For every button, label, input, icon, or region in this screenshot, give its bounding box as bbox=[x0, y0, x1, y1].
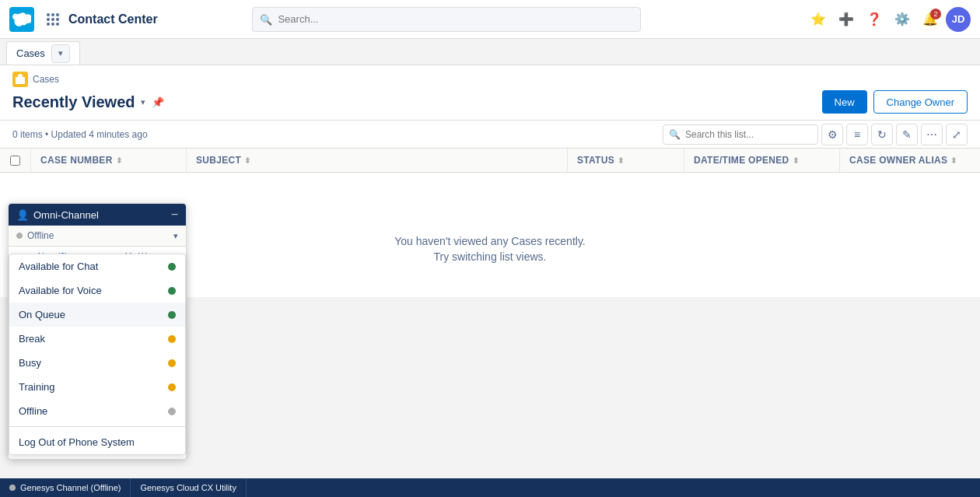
sort-icon: ⬍ bbox=[950, 156, 957, 165]
sort-icon: ⬍ bbox=[618, 156, 624, 165]
setup-button[interactable]: ⚙️ bbox=[890, 7, 915, 32]
more-actions-button[interactable]: ⋯ bbox=[921, 124, 943, 145]
logout-phone-item[interactable]: Log Out of Phone System bbox=[9, 430, 185, 454]
add-button[interactable]: ➕ bbox=[834, 7, 859, 32]
svg-rect-9 bbox=[16, 77, 25, 84]
status-dot-on-queue bbox=[168, 311, 176, 319]
tab-dropdown-button[interactable]: ▾ bbox=[51, 44, 70, 63]
filter-button[interactable]: ⚙ bbox=[821, 124, 843, 145]
dropdown-item-available-chat[interactable]: Available for Chat bbox=[9, 254, 185, 278]
page-title: Recently Viewed bbox=[12, 93, 135, 111]
sort-icon: ⬍ bbox=[244, 156, 250, 165]
tab-label: Cases bbox=[16, 47, 45, 59]
omni-header-left: 👤 Omni-Channel bbox=[16, 209, 99, 221]
new-button[interactable]: New bbox=[822, 90, 867, 114]
omni-channel-icon: 👤 bbox=[16, 209, 29, 221]
status-dropdown-icon[interactable]: ▾ bbox=[173, 231, 178, 241]
genesys-channel-tab[interactable]: Genesys Channel (Offline) bbox=[0, 478, 131, 497]
th-subject[interactable]: Subject ⬍ bbox=[187, 149, 568, 172]
list-actions: 🔍 ⚙ ≡ ↻ ✎ ⋯ ⤢ bbox=[663, 124, 968, 145]
status-dot bbox=[16, 233, 23, 239]
change-owner-button[interactable]: Change Owner bbox=[873, 90, 968, 114]
th-case-number[interactable]: Case Number ⬍ bbox=[31, 149, 187, 172]
genesys-cx-tab[interactable]: Genesys Cloud CX Utility bbox=[131, 478, 247, 497]
notification-button[interactable]: 🔔 2 bbox=[918, 7, 943, 32]
edit-columns-button[interactable]: ✎ bbox=[896, 124, 918, 145]
status-dot-training bbox=[168, 383, 176, 391]
omni-title: Omni-Channel bbox=[33, 209, 99, 221]
items-count: 0 items • Updated 4 minutes ago bbox=[12, 129, 148, 140]
header-left: Recently Viewed ▾ 📌 bbox=[12, 93, 164, 111]
th-datetime[interactable]: Date/Time Opened ⬍ bbox=[684, 149, 840, 172]
nav-icons: ⭐ ➕ ❓ ⚙️ 🔔 2 JD bbox=[806, 7, 971, 32]
refresh-button[interactable]: ↻ bbox=[871, 124, 893, 145]
app-name: Contact Center bbox=[68, 12, 158, 26]
top-navigation: Contact Center 🔍 ⭐ ➕ ❓ ⚙️ 🔔 2 JD bbox=[0, 0, 980, 39]
list-controls: 0 items • Updated 4 minutes ago 🔍 ⚙ ≡ ↻ … bbox=[0, 121, 980, 149]
th-status[interactable]: Status ⬍ bbox=[568, 149, 684, 172]
status-dot-offline bbox=[168, 408, 176, 415]
dropdown-item-label: Available for Voice bbox=[19, 285, 102, 296]
status-dot-break bbox=[168, 335, 176, 343]
page-header: Cases Recently Viewed ▾ 📌 New Change Own… bbox=[0, 65, 980, 121]
breadcrumb-row: Cases bbox=[12, 72, 968, 87]
bottom-dot-offline bbox=[9, 485, 16, 491]
omni-header: 👤 Omni-Channel − bbox=[9, 204, 186, 226]
cases-icon bbox=[12, 72, 28, 87]
view-toggle-button[interactable]: ≡ bbox=[846, 124, 868, 145]
global-search: 🔍 bbox=[252, 7, 641, 32]
list-search-icon: 🔍 bbox=[669, 129, 681, 140]
dropdown-item-label: Offline bbox=[19, 405, 47, 417]
favorites-button[interactable]: ⭐ bbox=[806, 7, 831, 32]
status-dot-busy bbox=[168, 359, 176, 367]
svg-point-6 bbox=[47, 23, 50, 26]
global-search-input[interactable] bbox=[252, 7, 641, 32]
search-icon: 🔍 bbox=[260, 13, 272, 25]
dropdown-item-offline[interactable]: Offline bbox=[9, 399, 185, 423]
main-content: Cases Recently Viewed ▾ 📌 New Change Own… bbox=[0, 65, 980, 478]
select-all-checkbox[interactable] bbox=[0, 149, 31, 172]
dropdown-divider bbox=[9, 426, 185, 427]
salesforce-logo bbox=[9, 7, 34, 32]
header-actions: New Change Owner bbox=[822, 90, 968, 114]
app-launcher-button[interactable] bbox=[40, 7, 65, 32]
tab-bar: Cases ▾ bbox=[0, 39, 980, 65]
notification-count: 2 bbox=[930, 9, 941, 19]
omni-status-bar[interactable]: Offline ▾ bbox=[9, 226, 186, 247]
breadcrumb: Cases bbox=[33, 74, 59, 85]
header-row: Recently Viewed ▾ 📌 New Change Owner bbox=[12, 90, 968, 114]
sort-icon: ⬍ bbox=[793, 156, 799, 165]
dropdown-item-busy[interactable]: Busy bbox=[9, 351, 185, 375]
cases-tab[interactable]: Cases ▾ bbox=[6, 41, 80, 65]
omni-status-container: Offline ▾ Available for Chat Available f… bbox=[9, 226, 186, 247]
omni-minimize-button[interactable]: − bbox=[171, 208, 178, 221]
sort-icon: ⬍ bbox=[116, 156, 122, 165]
svg-point-7 bbox=[51, 23, 54, 26]
list-search: 🔍 bbox=[663, 124, 818, 145]
fullscreen-button[interactable]: ⤢ bbox=[946, 124, 968, 145]
dropdown-item-label: Available for Chat bbox=[19, 261, 98, 272]
avatar[interactable]: JD bbox=[946, 7, 971, 32]
omni-channel-widget: 👤 Omni-Channel − Offline ▾ Available for… bbox=[8, 203, 187, 460]
dropdown-item-label: Break bbox=[19, 333, 45, 345]
omni-status-label: Offline bbox=[27, 230, 54, 241]
svg-point-4 bbox=[51, 18, 54, 21]
dropdown-item-break[interactable]: Break bbox=[9, 327, 185, 351]
help-button[interactable]: ❓ bbox=[862, 7, 887, 32]
dropdown-item-available-voice[interactable]: Available for Voice bbox=[9, 278, 185, 303]
dropdown-item-on-queue[interactable]: On Queue bbox=[9, 303, 185, 327]
checkbox[interactable] bbox=[10, 156, 20, 166]
svg-point-8 bbox=[56, 23, 59, 26]
svg-point-3 bbox=[47, 18, 50, 21]
status-dot-available-chat bbox=[168, 263, 176, 271]
list-search-input[interactable] bbox=[663, 124, 818, 145]
pin-icon[interactable]: 📌 bbox=[152, 96, 164, 108]
svg-point-0 bbox=[47, 13, 50, 16]
dropdown-item-label: Busy bbox=[19, 357, 41, 369]
dropdown-item-label: On Queue bbox=[19, 309, 65, 320]
dropdown-item-training[interactable]: Training bbox=[9, 375, 185, 399]
svg-point-1 bbox=[51, 13, 54, 16]
th-owner[interactable]: Case Owner Alias ⬍ bbox=[840, 149, 980, 172]
bottom-tab-label: Genesys Cloud CX Utility bbox=[140, 483, 236, 492]
title-dropdown-icon[interactable]: ▾ bbox=[141, 97, 145, 107]
